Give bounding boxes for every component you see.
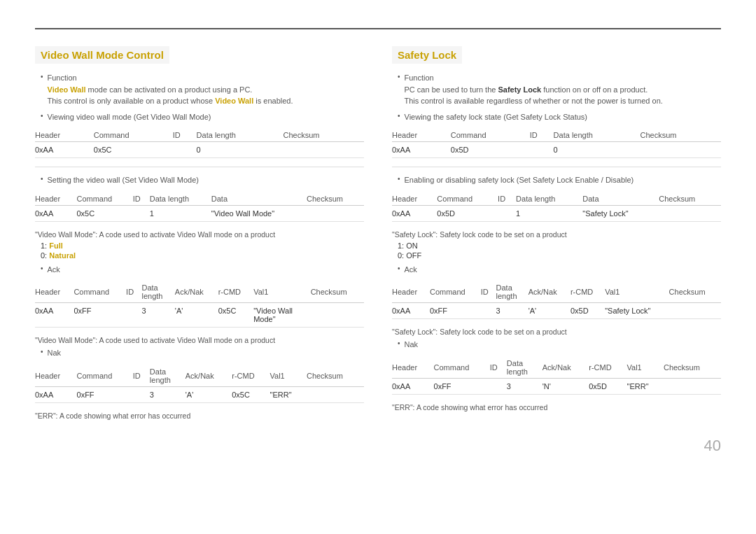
right-get-td-id (530, 142, 554, 158)
right-set-table-section: Header Command ID Data length Data Check… (392, 192, 721, 222)
right-ack-th-datalength: Datalength (496, 281, 528, 303)
left-get-th-checksum: Checksum (284, 128, 364, 142)
left-nak-th-checksum: Checksum (307, 365, 364, 387)
right-function-label: Function (405, 73, 434, 82)
right-ack-td-val1: "Safety Lock" (605, 303, 668, 319)
left-ack-th-checksum: Checksum (311, 281, 364, 303)
right-nak-td-command: 0xFF (434, 378, 490, 394)
right-nak-td-val1: "ERR" (627, 378, 664, 394)
top-bar (35, 28, 721, 29)
right-viewing-label: Viewing the safety lock state (Get Safet… (405, 111, 587, 123)
left-get-th-header: Header (35, 128, 94, 142)
left-ack-td-command: 0xFF (74, 303, 126, 328)
left-nak-td-command: 0xFF (77, 386, 133, 402)
right-get-td-datalength: 0 (554, 142, 640, 158)
left-get-table-section: Header Command ID Data length Checksum 0… (35, 128, 364, 158)
right-nak-th-datalength: Datalength (507, 356, 542, 379)
right-enabling-bullet: • Enabling or disabling safety lock (Set… (398, 174, 721, 186)
right-nak-th-acknak: Ack/Nak (542, 356, 589, 379)
left-ack-td-acknak: 'A' (175, 303, 218, 328)
left-set-td-header: 0xAA (35, 205, 76, 221)
right-set-td-datalength: 1 (516, 205, 582, 221)
right-function-text1b: function on or off on a product. (541, 85, 648, 94)
left-get-td-header: 0xAA (35, 142, 94, 158)
left-ack-th-command: Command (74, 281, 126, 303)
left-video-wall-highlight-2: Video Wall (215, 97, 253, 105)
bullet-dot-1: • (41, 73, 43, 80)
left-set-table: Header Command ID Data length Data Check… (35, 192, 364, 222)
right-ack-th-acknak: Ack/Nak (528, 281, 570, 303)
left-viewing-label: Viewing video wall mode (Get Video Wall … (48, 111, 211, 123)
left-set-th-id: ID (133, 192, 150, 206)
right-set-row: 0xAA 0x5D 1 "Safety Lock" (392, 205, 721, 221)
left-set-row: 0xAA 0x5C 1 "Video Wall Mode" (35, 205, 364, 221)
left-set-th-data: Data (211, 192, 307, 206)
left-get-th-command: Command (94, 128, 173, 142)
right-get-row: 0xAA 0x5D 0 (392, 142, 721, 158)
left-ack-th-rcmd: r-CMD (218, 281, 254, 303)
left-nak-td-rcmd: 0x5C (232, 386, 270, 402)
left-ack-table-section: Header Command ID Datalength Ack/Nak r-C… (35, 281, 364, 328)
left-err-note: "ERR": A code showing what error has occ… (35, 412, 364, 420)
right-function-text1a: PC can be used to turn the (405, 85, 498, 94)
right-ack-td-checksum (669, 303, 721, 319)
right-set-td-command: 0x5D (437, 205, 498, 221)
right-nak-table-section: Header Command ID Datalength Ack/Nak r-C… (392, 356, 721, 395)
right-set-th-checksum: Checksum (659, 192, 721, 206)
bullet-dot-4: • (41, 265, 43, 272)
right-nak-td-rcmd: 0x5D (589, 378, 626, 394)
right-nak-th-checksum: Checksum (664, 356, 721, 379)
left-ack-table: Header Command ID Datalength Ack/Nak r-C… (35, 281, 364, 328)
right-ack-td-command: 0xFF (430, 303, 481, 319)
left-nak-td-val1: "ERR" (270, 386, 307, 402)
right-set-th-data: Data (582, 192, 659, 206)
right-ack-td-header: 0xAA (392, 303, 430, 319)
right-safety-lock-highlight: Safety Lock (498, 85, 541, 94)
left-ack-label: Ack (48, 264, 60, 276)
left-nak-td-datalength: 3 (150, 386, 186, 402)
right-get-th-checksum: Checksum (640, 128, 721, 142)
left-set-td-datalength: 1 (150, 205, 211, 221)
right-nak-td-checksum (664, 378, 721, 394)
right-column: Safety Lock • Function PC can be used to… (392, 46, 721, 423)
left-nak-td-header: 0xAA (35, 386, 77, 402)
left-nak-th-id: ID (133, 365, 150, 387)
right-note1: "Safety Lock": Safety lock code to be se… (392, 230, 721, 239)
left-set-th-header: Header (35, 192, 76, 206)
left-nak-th-val1: Val1 (270, 365, 307, 387)
left-nak-th-header: Header (35, 365, 77, 387)
left-nak-th-rcmd: r-CMD (232, 365, 270, 387)
left-get-td-id (173, 142, 197, 158)
bullet-dot-r5: • (398, 339, 400, 347)
left-ack-td-val1: "Video WallMode" (253, 303, 310, 328)
right-nak-th-rcmd: r-CMD (589, 356, 626, 379)
left-nak-bullet: • Nak (41, 347, 364, 359)
left-val0-label: 0: Natural (41, 251, 76, 260)
left-set-td-checksum (307, 205, 364, 221)
right-function-text2: This control is available regardless of … (405, 97, 663, 105)
left-get-th-datalength: Data length (197, 128, 284, 142)
right-nak-td-datalength: 3 (507, 378, 542, 394)
right-ack-bullet: • Ack (398, 264, 721, 276)
bullet-dot-2: • (41, 112, 43, 120)
page-number: 40 (35, 437, 721, 455)
left-video-wall-highlight-1: Video Wall (48, 85, 86, 94)
left-set-td-data: "Video Wall Mode" (211, 205, 307, 221)
right-nak-td-header: 0xAA (392, 378, 434, 394)
left-ack-row: 0xAA 0xFF 3 'A' 0x5C "Video WallMode" (35, 303, 364, 328)
left-column: Video Wall Mode Control • Function Video… (35, 46, 364, 423)
left-ack-td-rcmd: 0x5C (218, 303, 254, 328)
left-function-label: Function (48, 73, 77, 82)
left-nak-table: Header Command ID Datalength Ack/Nak r-C… (35, 365, 364, 403)
left-set-table-section: Header Command ID Data length Data Check… (35, 192, 364, 222)
left-function-text2a: This control is only available on a prod… (48, 97, 216, 105)
left-nak-td-id (133, 386, 150, 402)
left-get-row: 0xAA 0x5C 0 (35, 142, 364, 158)
right-divider-1 (392, 167, 721, 167)
left-nak-td-checksum (307, 386, 364, 402)
bullet-dot-r3: • (398, 175, 400, 183)
left-ack-td-datalength: 3 (141, 303, 174, 328)
bullet-dot-3: • (41, 175, 43, 183)
right-set-td-id (498, 205, 516, 221)
left-get-th-id: ID (173, 128, 197, 142)
